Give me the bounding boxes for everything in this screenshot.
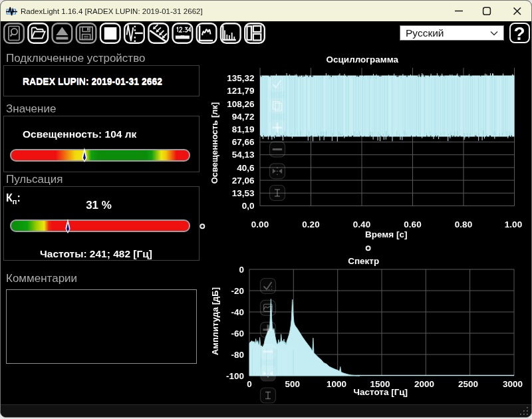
svg-text:Пульсация: Пульсация [6, 173, 63, 186]
svg-text:94,72: 94,72 [232, 112, 255, 122]
svg-text:54,13: 54,13 [232, 150, 255, 160]
svg-text:108,26: 108,26 [227, 99, 255, 109]
svg-text:-40: -40 [231, 307, 244, 317]
svg-text:3000: 3000 [503, 379, 523, 389]
svg-text:Комментарии: Комментарии [6, 272, 77, 285]
svg-text:-80: -80 [231, 350, 244, 360]
svg-text:?: ? [513, 23, 525, 44]
svg-text:-60: -60 [231, 329, 244, 339]
svg-text:0: 0 [247, 379, 252, 389]
svg-text:0.80: 0.80 [455, 219, 472, 229]
svg-text:31 %: 31 % [86, 199, 112, 211]
svg-text:121,79: 121,79 [227, 86, 254, 96]
svg-text:2000: 2000 [414, 379, 434, 389]
svg-text:-20: -20 [231, 286, 244, 296]
svg-text:1000: 1000 [327, 379, 346, 389]
svg-text:27,06: 27,06 [232, 176, 255, 186]
svg-text:Русский: Русский [406, 27, 444, 39]
svg-text:500: 500 [285, 379, 300, 389]
svg-text:81,19: 81,19 [232, 124, 255, 134]
svg-text:1.00: 1.00 [505, 219, 522, 229]
svg-text:0.20: 0.20 [302, 219, 319, 229]
svg-text:Подключенное устройство: Подключенное устройство [6, 52, 145, 65]
svg-text:135,32: 135,32 [227, 73, 254, 83]
svg-text:Частоты: 241; 482 [Гц]: Частоты: 241; 482 [Гц] [40, 248, 152, 259]
svg-text:13,53: 13,53 [232, 188, 255, 198]
svg-text:RADEX LUPIN: 2019-01-31 2662: RADEX LUPIN: 2019-01-31 2662 [23, 76, 162, 86]
svg-text:0,0: 0,0 [242, 201, 255, 211]
svg-text:Осциллограмма: Осциллограмма [327, 55, 399, 65]
svg-text:RadexLight 1.16.4 [RADEX LUPIN: RadexLight 1.16.4 [RADEX LUPIN: 2019-01-… [21, 7, 203, 15]
svg-text:2500: 2500 [458, 379, 478, 389]
svg-text:-100: -100 [226, 371, 244, 381]
svg-text:0: 0 [239, 265, 244, 275]
svg-text:Освещенность [лк]: Освещенность [лк] [209, 102, 219, 184]
svg-text:0.00: 0.00 [251, 219, 269, 229]
svg-text:Частота [Гц]: Частота [Гц] [353, 387, 408, 397]
svg-text:40,6: 40,6 [237, 163, 255, 173]
svg-text:Освещенность: 104 лк: Освещенность: 104 лк [23, 128, 137, 140]
svg-text:0.40: 0.40 [353, 219, 370, 229]
svg-text:67,66: 67,66 [232, 137, 255, 147]
svg-text:Амплитуда [дБ]: Амплитуда [дБ] [210, 287, 220, 355]
svg-text:0.60: 0.60 [404, 219, 421, 229]
svg-text:Кп:: Кп: [6, 192, 21, 206]
svg-text:Время [с]: Время [с] [365, 229, 407, 239]
svg-text:Спектр: Спектр [348, 256, 379, 266]
svg-text:Значение: Значение [6, 102, 56, 115]
